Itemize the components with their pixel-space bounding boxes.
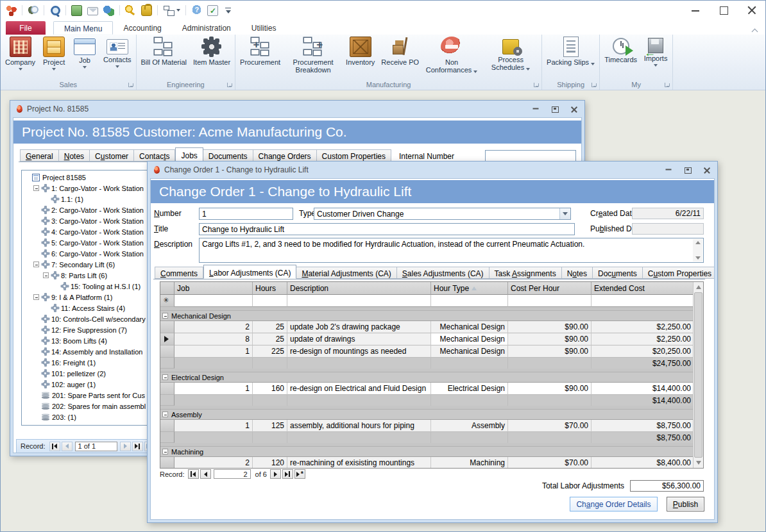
description-scrollbar[interactable] (693, 239, 702, 262)
cell-hour-type[interactable]: Machining (431, 457, 508, 469)
dialog-launcher-icon[interactable] (534, 83, 538, 87)
cell-cost-per-hour[interactable]: $90.00 (508, 321, 592, 333)
close-icon[interactable] (747, 6, 756, 15)
close-icon[interactable] (703, 167, 711, 174)
grid-row[interactable]: 225update Job 2's drawing packageMechani… (160, 321, 693, 333)
tree-node[interactable]: 4: Cargo-Vator - Work Station (22, 226, 153, 237)
group-band-machining[interactable]: Machining (160, 447, 693, 457)
tab-customer[interactable]: Customer (90, 149, 134, 162)
ribbon-button-imports[interactable]: Imports (640, 35, 671, 79)
tree-node[interactable]: 6: Cargo-Vator - Work Station (22, 248, 153, 259)
tab-general[interactable]: General (20, 149, 59, 162)
cell-hours[interactable]: 225 (253, 345, 287, 358)
tab-labor-adjustments-ca[interactable]: Labor Adjustments (CA) (203, 265, 296, 279)
tab-documents[interactable]: Documents (203, 149, 253, 162)
tree-node[interactable]: 3: Cargo-Vator - Work Station (22, 215, 153, 226)
tab-sales-adjustments-ca[interactable]: Sales Adjustments (CA) (397, 267, 489, 279)
record-previous-button[interactable] (200, 469, 211, 479)
tree-node[interactable]: 5: Cargo-Vator - Work Station (22, 237, 153, 248)
tree-node[interactable]: 201: Spare Parts sent for Cus (22, 390, 153, 401)
column-header-extended-cost[interactable]: Extended Cost (592, 282, 694, 295)
column-header-hours[interactable]: Hours (253, 282, 287, 295)
cell-cost-per-hour[interactable]: $90.00 (508, 333, 592, 345)
type-combobox[interactable]: Customer Driven Change (314, 208, 571, 220)
cell-extended-cost[interactable]: $20,250.00 (592, 345, 694, 358)
key-icon[interactable] (125, 5, 136, 16)
tree-node[interactable]: 1: Cargo-Vator - Work Station (22, 183, 153, 194)
cell-cost-per-hour[interactable]: $90.00 (508, 383, 592, 395)
new-cell-hours[interactable] (253, 295, 287, 307)
dialog-launcher-icon[interactable] (665, 83, 669, 87)
cell-extended-cost[interactable]: $14,400.00 (592, 383, 694, 395)
collapse-icon[interactable] (33, 262, 39, 267)
internal-number-input[interactable] (485, 150, 576, 162)
record-position[interactable]: 2 (214, 469, 251, 479)
tree-node[interactable]: 202: Spares for main assembl (22, 401, 153, 411)
group-band-electrical-design[interactable]: Electrical Design (160, 372, 693, 383)
tree-node[interactable]: 13: Boom Lifts (4) (22, 335, 153, 346)
ribbon-button-packing-slips[interactable]: Packing Slips (543, 35, 598, 79)
tab-documents[interactable]: Documents (593, 267, 643, 279)
more-commands-icon[interactable] (223, 5, 234, 16)
minimize-icon[interactable] (665, 167, 672, 174)
tree-node[interactable]: 7: Secondary Lift (6) (22, 259, 153, 270)
row-selector[interactable] (160, 345, 174, 358)
column-header-hour-type[interactable]: Hour Type (431, 282, 508, 295)
row-selector[interactable] (160, 321, 174, 333)
project-window-titlebar[interactable]: Project No. 81585 (10, 101, 584, 117)
collapse-icon[interactable] (43, 272, 49, 278)
new-cell-cost-per-hour[interactable] (508, 295, 592, 307)
row-selector[interactable] (160, 420, 174, 432)
column-header-description[interactable]: Description (287, 282, 431, 295)
close-icon[interactable] (570, 106, 578, 113)
record-position[interactable]: 1 of 1 (75, 442, 117, 451)
tab-custom-properties[interactable]: Custom Properties (317, 149, 391, 162)
collapse-icon[interactable] (33, 185, 39, 191)
grid-row[interactable]: 1160re-design on Electrical and Fluid De… (160, 383, 693, 395)
cell-description[interactable]: re-design of mountings as needed (287, 345, 431, 358)
org-chart-icon[interactable] (163, 5, 174, 16)
change-order-details-button[interactable]: Change Order Details (570, 497, 658, 511)
ribbon-button-bill-of-material[interactable]: Bill Of Material (138, 35, 191, 79)
tree-node[interactable]: 2: Cargo-Vator - Work Station (22, 204, 153, 215)
tree-node[interactable]: 15: Tooling at H.S.I (1) (22, 281, 153, 292)
tree-node[interactable]: 101: pelletizer (2) (22, 368, 153, 379)
cell-extended-cost[interactable]: $2,250.00 (592, 321, 694, 333)
record-next-button[interactable] (120, 442, 131, 451)
help-icon[interactable] (191, 5, 202, 16)
dialog-launcher-icon[interactable] (227, 83, 232, 87)
current-row-indicator[interactable] (160, 333, 174, 345)
column-header-job[interactable]: Job (174, 282, 253, 295)
tab-comments[interactable]: Comments (155, 267, 203, 279)
cell-hour-type[interactable]: Electrical Design (431, 383, 508, 395)
record-next-button[interactable] (270, 469, 281, 479)
cell-hour-type[interactable]: Mechanical Design (431, 345, 508, 358)
cell-description[interactable]: update Job 2's drawing package (287, 321, 431, 333)
ribbon-button-job[interactable]: Job (69, 35, 100, 79)
restore-icon[interactable] (684, 167, 692, 174)
record-previous-button[interactable] (62, 442, 72, 451)
collapse-group-icon[interactable] (162, 449, 168, 454)
cell-extended-cost[interactable]: $8,750.00 (592, 420, 694, 432)
cell-hours[interactable]: 160 (253, 383, 287, 395)
tree-node[interactable]: 9: I & A Platform (1) (22, 292, 153, 303)
cell-description[interactable]: assembly, additional hours for piping (287, 420, 431, 432)
cell-job[interactable]: 1 (174, 345, 253, 358)
dialog-launcher-icon[interactable] (592, 83, 596, 87)
cell-hour-type[interactable]: Assembly (431, 420, 508, 432)
tab-material-adjustments-ca[interactable]: Material Adjustments (CA) (296, 267, 396, 279)
cell-hours[interactable]: 120 (253, 457, 287, 469)
new-cell-extended-cost[interactable] (592, 295, 694, 307)
ribbon-button-receive-po[interactable]: Receive PO (378, 35, 422, 79)
column-header-cost-per-hour[interactable]: Cost Per Hour (508, 282, 592, 295)
ribbon-button-contacts[interactable]: Contacts (100, 35, 134, 79)
minimize-icon[interactable] (532, 106, 540, 113)
ribbon-button-procurement-breakdown[interactable]: Procurement Breakdown (284, 35, 343, 79)
notebook-icon[interactable] (71, 5, 82, 16)
record-last-button[interactable] (132, 442, 143, 451)
find-contact-icon[interactable] (28, 5, 38, 16)
tree-node[interactable]: 102: auger (1) (22, 379, 153, 390)
group-band-mechanical-design[interactable]: Mechanical Design (160, 311, 693, 321)
tree-node[interactable]: 14: Assembly and Installation (22, 346, 153, 357)
minimize-icon[interactable] (691, 6, 700, 15)
